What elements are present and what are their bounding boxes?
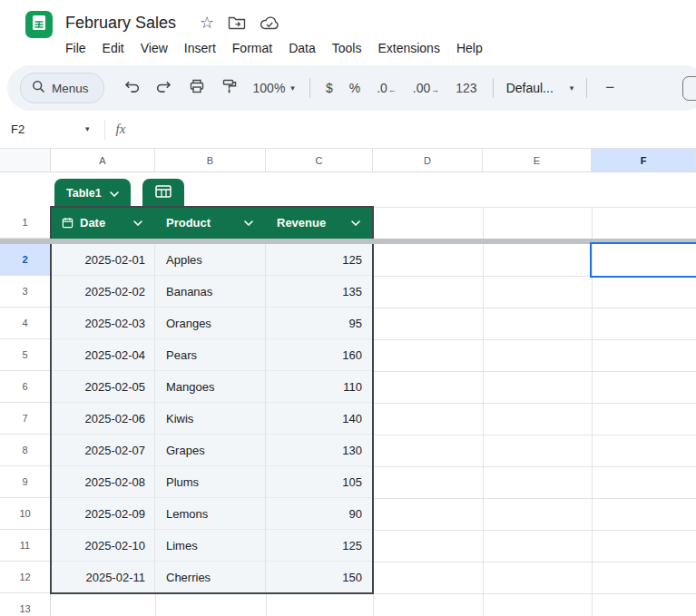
cell-product[interactable]: Mangoes xyxy=(155,371,266,402)
column-header-a[interactable]: A xyxy=(51,149,155,172)
table-menu-button[interactable] xyxy=(142,179,184,207)
cell-date[interactable]: 2025-02-11 xyxy=(51,562,155,592)
undo-button[interactable] xyxy=(119,75,144,101)
chevron-down-icon[interactable] xyxy=(133,220,142,226)
menu-view[interactable]: View xyxy=(132,37,176,59)
table-header-product[interactable]: Product xyxy=(155,207,266,239)
cell-revenue[interactable]: 110 xyxy=(266,371,373,402)
spreadsheet-grid[interactable]: Table1 DateProductRevenue 2025-02-01Appl… xyxy=(0,149,696,616)
row-header-3[interactable]: 3 xyxy=(0,276,51,308)
cell-revenue[interactable]: 105 xyxy=(266,466,373,497)
select-all-corner[interactable] xyxy=(0,149,51,172)
cell-product[interactable]: Cherries xyxy=(155,562,266,592)
cell-date[interactable]: 2025-02-09 xyxy=(51,498,155,529)
increase-decimal-button[interactable]: .00→ xyxy=(413,81,439,95)
cell-revenue[interactable]: 150 xyxy=(266,562,373,592)
column-header-f[interactable]: F xyxy=(592,149,696,172)
paint-format-button[interactable] xyxy=(217,75,242,101)
column-header-d[interactable]: D xyxy=(373,149,483,172)
redo-button[interactable] xyxy=(152,75,177,101)
row-header-9[interactable]: 9 xyxy=(0,466,51,498)
table-style-select[interactable]: Defaul... ▾ xyxy=(506,81,574,95)
row-header-10[interactable]: 10 xyxy=(0,498,51,530)
gridline-horizontal xyxy=(373,593,696,594)
row-header-5[interactable]: 5 xyxy=(0,339,51,371)
row-header-11[interactable]: 11 xyxy=(0,530,51,562)
print-button[interactable] xyxy=(184,75,210,101)
cell-date[interactable]: 2025-02-03 xyxy=(51,308,155,338)
cell-date[interactable]: 2025-02-01 xyxy=(51,244,155,275)
cell-revenue[interactable]: 125 xyxy=(266,244,373,275)
cell-date[interactable]: 2025-02-06 xyxy=(51,403,155,434)
cell-revenue[interactable]: 160 xyxy=(266,339,373,370)
cell-product[interactable]: Apples xyxy=(155,244,266,275)
name-box[interactable]: F2 xyxy=(11,122,85,136)
cell-product[interactable]: Lemons xyxy=(155,498,266,529)
cell-product[interactable]: Kiwis xyxy=(155,403,266,434)
star-icon[interactable]: ☆ xyxy=(200,15,214,31)
cell-product[interactable]: Limes xyxy=(155,530,266,561)
table-header-revenue[interactable]: Revenue xyxy=(266,207,373,239)
cell-product[interactable]: Grapes xyxy=(155,435,266,465)
menu-insert[interactable]: Insert xyxy=(176,37,224,59)
cell-revenue[interactable]: 90 xyxy=(266,498,373,529)
menu-file[interactable]: File xyxy=(57,37,94,59)
menu-tools[interactable]: Tools xyxy=(324,37,370,59)
row-header-8[interactable]: 8 xyxy=(0,435,51,466)
print-icon xyxy=(188,77,206,99)
font-size-input[interactable] xyxy=(682,76,696,101)
menus-button[interactable]: Menus xyxy=(20,73,104,103)
number-format-button[interactable]: 123 xyxy=(456,81,476,95)
menu-format[interactable]: Format xyxy=(224,37,280,59)
menu-edit[interactable]: Edit xyxy=(94,37,132,59)
sheets-logo[interactable] xyxy=(25,11,53,38)
chevron-down-icon[interactable] xyxy=(244,220,253,226)
table-header-date[interactable]: Date xyxy=(51,207,155,239)
currency-format-button[interactable]: $ xyxy=(326,81,333,95)
cell-revenue[interactable]: 130 xyxy=(266,435,373,465)
table-body: 2025-02-01Apples1252025-02-02Bananas1352… xyxy=(51,244,373,593)
cell-date[interactable]: 2025-02-07 xyxy=(51,435,155,465)
menu-help[interactable]: Help xyxy=(448,37,491,59)
frozen-row-divider[interactable] xyxy=(0,239,696,244)
row-header-6[interactable]: 6 xyxy=(0,371,51,403)
decrease-decimal-button[interactable]: .0← xyxy=(377,81,397,95)
cell-date[interactable]: 2025-02-08 xyxy=(51,466,155,497)
decrease-font-size-button[interactable]: − xyxy=(605,79,614,97)
table-row: 2025-02-02Bananas135 xyxy=(51,276,373,308)
cell-date[interactable]: 2025-02-02 xyxy=(51,276,155,307)
row-header-1[interactable]: 1 xyxy=(0,207,51,239)
row-header-2[interactable]: 2 xyxy=(0,244,51,276)
cell-revenue[interactable]: 95 xyxy=(266,308,373,338)
document-title[interactable]: February Sales xyxy=(65,14,176,33)
chevron-down-icon[interactable] xyxy=(351,220,360,226)
row-header-4[interactable]: 4 xyxy=(0,308,51,339)
cell-product[interactable]: Oranges xyxy=(155,308,266,338)
table-name-chip[interactable]: Table1 xyxy=(54,179,131,207)
column-header-b[interactable]: B xyxy=(155,149,266,172)
column-header-c[interactable]: C xyxy=(266,149,373,172)
undo-icon xyxy=(123,77,141,99)
cell-date[interactable]: 2025-02-05 xyxy=(51,371,155,402)
cell-product[interactable]: Bananas xyxy=(155,276,266,307)
cell-product[interactable]: Plums xyxy=(155,466,266,497)
cell-revenue[interactable]: 140 xyxy=(266,403,373,434)
zoom-select[interactable]: 100% ▾ xyxy=(253,81,295,95)
menu-extensions[interactable]: Extensions xyxy=(369,37,447,59)
sheets-logo-icon xyxy=(32,15,46,34)
column-header-e[interactable]: E xyxy=(483,149,592,172)
table-row: 2025-02-08Plums105 xyxy=(51,466,373,498)
cell-date[interactable]: 2025-02-10 xyxy=(51,530,155,561)
row-header-7[interactable]: 7 xyxy=(0,403,51,435)
move-folder-icon[interactable] xyxy=(228,15,246,30)
percent-format-button[interactable]: % xyxy=(349,81,360,95)
menu-data[interactable]: Data xyxy=(280,37,324,59)
row-header-13[interactable]: 13 xyxy=(0,593,51,616)
name-box-caret-icon[interactable]: ▾ xyxy=(85,125,90,133)
row-header-12[interactable]: 12 xyxy=(0,562,51,593)
dropdown-caret-icon: ▾ xyxy=(290,84,295,93)
cell-product[interactable]: Pears xyxy=(155,339,266,370)
cell-date[interactable]: 2025-02-04 xyxy=(51,339,155,370)
cell-revenue[interactable]: 135 xyxy=(266,276,373,307)
cell-revenue[interactable]: 125 xyxy=(266,530,373,561)
